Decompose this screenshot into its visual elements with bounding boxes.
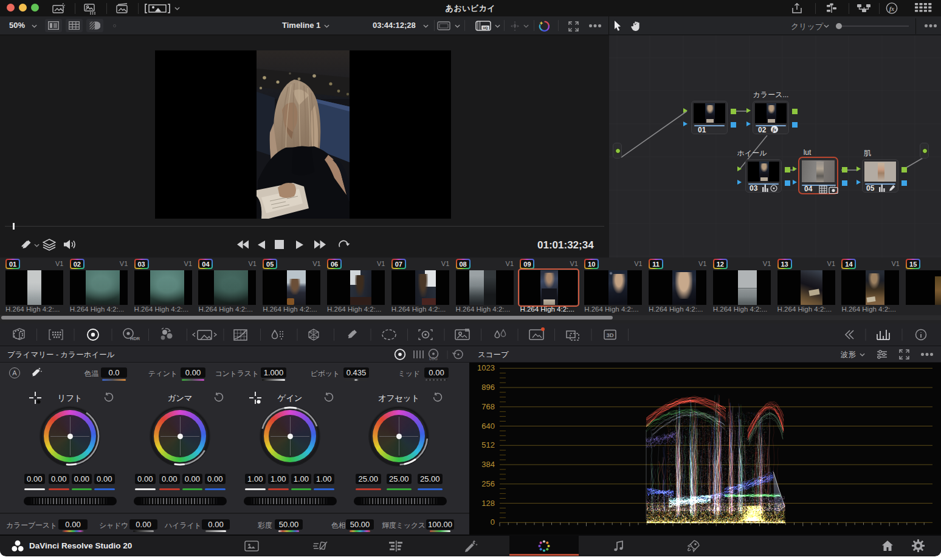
svg-text:384: 384 (481, 460, 495, 469)
svg-text:HQ: HQ (483, 26, 488, 30)
svg-text:896: 896 (481, 383, 495, 392)
svg-text:128: 128 (481, 499, 495, 508)
svg-text:640: 640 (481, 422, 495, 431)
svg-text:HDR: HDR (130, 336, 140, 341)
svg-text:1023: 1023 (477, 363, 495, 372)
svg-text:512: 512 (481, 440, 495, 449)
svg-text:3D: 3D (606, 332, 613, 338)
svg-text:fx: fx (773, 127, 777, 132)
svg-text:256: 256 (481, 479, 495, 488)
svg-text:0: 0 (491, 517, 495, 527)
svg-text:768: 768 (481, 402, 495, 411)
svg-text:fx: fx (889, 6, 894, 12)
svg-text:LOG: LOG (429, 357, 438, 361)
